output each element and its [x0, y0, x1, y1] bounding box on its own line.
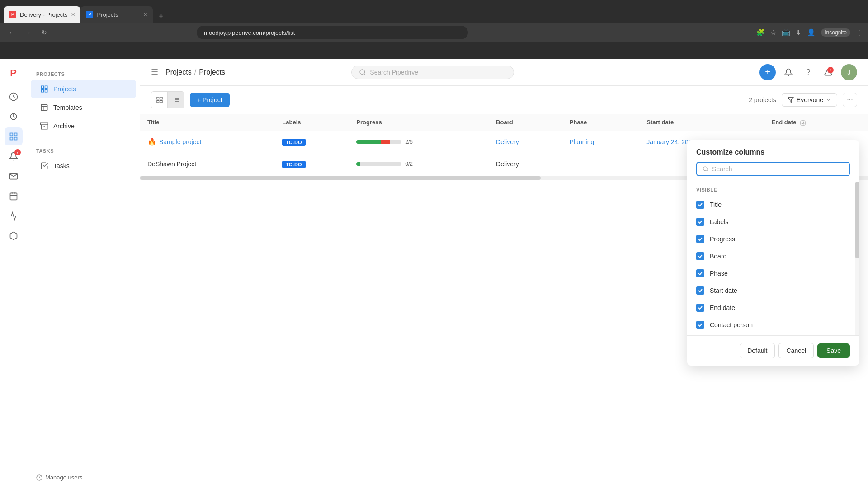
column-item-contact[interactable]: Contact person: [687, 316, 855, 333]
customize-columns-panel: Customize columns VISIBLE Title Labels: [687, 140, 859, 366]
column-search[interactable]: [696, 162, 850, 176]
settings-icon[interactable]: [800, 120, 806, 126]
cell-title-1[interactable]: 🔥 Sample project: [140, 131, 275, 153]
incognito-badge: Incognito: [821, 28, 850, 37]
nav-icon-projects[interactable]: [5, 127, 23, 145]
sidebar-item-tasks[interactable]: Tasks: [31, 157, 136, 175]
col-title[interactable]: Title: [140, 114, 275, 131]
back-button[interactable]: ←: [5, 26, 18, 39]
breadcrumb-projects-2[interactable]: Projects: [199, 68, 225, 76]
label-badge-1[interactable]: TO-DO: [282, 139, 305, 146]
sidebar-item-templates[interactable]: Templates: [31, 99, 136, 117]
column-name-contact: Contact person: [710, 321, 753, 328]
checkbox-progress[interactable]: [696, 235, 704, 243]
checkbox-title[interactable]: [696, 201, 704, 209]
avatar[interactable]: J: [841, 64, 857, 80]
board-link-1[interactable]: Delivery: [496, 138, 519, 145]
nav-icon-home[interactable]: [5, 88, 23, 106]
project-name-1: Sample project: [159, 138, 201, 145]
nav-icon-deals[interactable]: [5, 108, 23, 126]
forward-button[interactable]: →: [22, 26, 34, 39]
nav-icon-notifications[interactable]: 7: [5, 147, 23, 165]
column-item-board[interactable]: Board: [687, 248, 855, 265]
more-options-button[interactable]: ···: [843, 93, 857, 107]
address-input[interactable]: moodjoy.pipedrive.com/projects/list: [197, 26, 468, 39]
cell-title-2[interactable]: DeShawn Project: [140, 153, 275, 175]
close-tab-1[interactable]: ✕: [71, 12, 75, 18]
tab-projects[interactable]: P Projects ✕: [80, 6, 153, 23]
tab-delivery-projects[interactable]: P Delivery - Projects ✕: [4, 6, 80, 23]
svg-rect-14: [41, 104, 47, 111]
phase-link-1[interactable]: Planning: [570, 138, 594, 145]
column-item-phase[interactable]: Phase: [687, 265, 855, 282]
column-item-org[interactable]: Organization: [687, 333, 855, 335]
col-progress[interactable]: Progress: [349, 114, 489, 131]
column-item-labels[interactable]: Labels: [687, 213, 855, 230]
notifications-icon[interactable]: [781, 65, 796, 80]
global-search[interactable]: [351, 66, 514, 79]
nav-icon-mail[interactable]: [5, 167, 23, 185]
add-button[interactable]: +: [760, 64, 776, 80]
menu-toggle[interactable]: ☰: [151, 67, 158, 77]
star-icon[interactable]: ☆: [770, 28, 776, 37]
list-view-button[interactable]: [168, 92, 184, 108]
save-button[interactable]: Save: [817, 343, 850, 358]
profile-icon[interactable]: 👤: [807, 28, 816, 37]
progress-bar-1: [356, 140, 401, 144]
svg-marker-38: [788, 98, 793, 103]
manage-users[interactable]: Manage users: [36, 474, 131, 481]
col-start-date[interactable]: Start date: [639, 114, 764, 131]
app: P 7 ··· PROJECTS: [0, 59, 868, 488]
alert-icon[interactable]: !: [821, 65, 835, 80]
svg-rect-10: [41, 86, 43, 88]
checkbox-phase[interactable]: [696, 269, 704, 277]
checkbox-start-date[interactable]: [696, 286, 704, 295]
nav-icon-more[interactable]: ···: [5, 465, 23, 483]
board-view-button[interactable]: [151, 92, 168, 108]
breadcrumb-projects-1[interactable]: Projects: [165, 68, 192, 76]
add-project-button[interactable]: + Project: [190, 93, 230, 107]
new-tab-button[interactable]: +: [155, 10, 167, 23]
svg-rect-31: [160, 100, 162, 103]
refresh-button[interactable]: ↻: [38, 26, 51, 39]
col-end-date[interactable]: End date: [764, 114, 868, 131]
checkbox-end-date[interactable]: [696, 304, 704, 312]
column-item-start-date[interactable]: Start date: [687, 282, 855, 299]
sidebar-item-archive[interactable]: Archive: [31, 117, 136, 135]
menu-icon[interactable]: ⋮: [856, 28, 863, 37]
nav-icon-stats[interactable]: [5, 207, 23, 225]
svg-text:J: J: [847, 69, 850, 76]
column-item-progress[interactable]: Progress: [687, 230, 855, 248]
column-item-title[interactable]: Title: [687, 196, 855, 213]
pipedrive-logo[interactable]: P: [5, 64, 23, 82]
nav-icon-calendar[interactable]: [5, 187, 23, 205]
help-icon[interactable]: ?: [801, 65, 816, 80]
checkbox-contact[interactable]: [696, 321, 704, 329]
col-labels[interactable]: Labels: [275, 114, 349, 131]
checkbox-board[interactable]: [696, 252, 704, 260]
default-button[interactable]: Default: [740, 343, 775, 358]
search-input[interactable]: [370, 69, 496, 76]
cancel-button[interactable]: Cancel: [778, 343, 814, 358]
cell-phase-2: [562, 153, 639, 175]
download-icon[interactable]: ⬇: [796, 28, 802, 37]
col-phase[interactable]: Phase: [562, 114, 639, 131]
nav-icon-products[interactable]: [5, 227, 23, 245]
close-tab-2[interactable]: ✕: [143, 12, 147, 18]
checkbox-labels[interactable]: [696, 218, 704, 226]
panel-scroll[interactable]: VISIBLE Title Labels Progress: [687, 182, 855, 335]
panel-scrollbar[interactable]: [855, 182, 859, 335]
extensions-icon[interactable]: 🧩: [756, 28, 765, 37]
panel-scrollbar-thumb: [855, 182, 859, 258]
notification-badge: 7: [14, 149, 21, 155]
project-link-1[interactable]: 🔥 Sample project: [147, 137, 268, 146]
tab-bar: P Delivery - Projects ✕ P Projects ✕ +: [0, 0, 868, 23]
column-item-end-date[interactable]: End date: [687, 299, 855, 316]
col-board[interactable]: Board: [489, 114, 562, 131]
board-2[interactable]: Delivery: [496, 160, 519, 168]
filter-everyone-button[interactable]: Everyone: [782, 93, 837, 107]
cast-icon[interactable]: 📺: [782, 28, 790, 37]
label-badge-2[interactable]: TO-DO: [282, 161, 305, 168]
sidebar-item-projects[interactable]: Projects: [31, 80, 136, 98]
panel-search-input[interactable]: [712, 165, 844, 173]
